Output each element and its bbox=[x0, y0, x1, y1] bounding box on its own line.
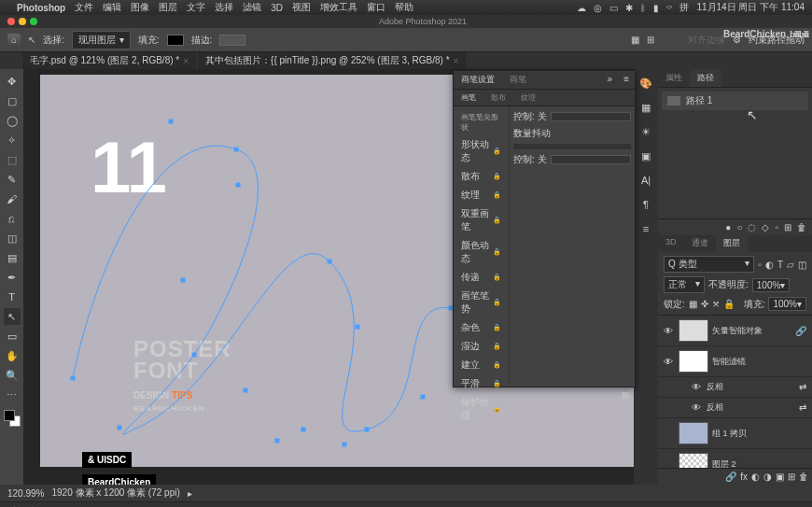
layer-thumb[interactable] bbox=[679, 350, 708, 373]
path-item-1[interactable]: 路径 1 bbox=[662, 92, 808, 110]
gradient-tool[interactable]: ▤ bbox=[4, 249, 21, 266]
filter-name[interactable]: 反相 bbox=[707, 401, 795, 414]
link-layers-icon[interactable]: 🔗 bbox=[725, 472, 736, 482]
minimize-window[interactable] bbox=[19, 18, 26, 25]
close-icon[interactable]: × bbox=[454, 56, 459, 66]
panel-menu-icon[interactable]: ≡ bbox=[618, 71, 635, 89]
lock-icon[interactable]: 🔒 bbox=[493, 148, 501, 155]
lock-icon[interactable]: 🔒 bbox=[493, 343, 501, 350]
visibility-icon[interactable]: 👁 bbox=[664, 326, 675, 336]
eyedropper-tool[interactable]: ✎ bbox=[4, 171, 21, 188]
control-slider[interactable] bbox=[551, 112, 631, 121]
menu-layer[interactable]: 图层 bbox=[159, 1, 177, 14]
cc-icon[interactable]: ◎ bbox=[594, 3, 602, 13]
status-menu-icon[interactable]: ▸ bbox=[188, 488, 192, 499]
new-path-icon[interactable]: ▫ bbox=[775, 222, 778, 232]
lock-icon[interactable]: 🔒 bbox=[493, 361, 501, 369]
clone-tool[interactable]: ⎌ bbox=[4, 210, 21, 227]
brush-opt[interactable]: 画笔笔势🔒 bbox=[457, 288, 505, 317]
brush-tab[interactable]: 画笔 bbox=[502, 71, 534, 89]
layer-name[interactable]: 矢量智能对象 bbox=[712, 325, 791, 337]
3d-tab[interactable]: 3D bbox=[658, 235, 684, 252]
color-panel-icon[interactable]: 🎨 bbox=[637, 75, 654, 92]
adjustment-icon[interactable]: ◑ bbox=[763, 472, 772, 482]
menu-3d[interactable]: 3D bbox=[271, 3, 283, 13]
lock-icon[interactable]: 🔒 bbox=[493, 217, 501, 224]
bluetooth-icon[interactable]: ᛒ bbox=[640, 3, 646, 13]
swatches-panel-icon[interactable]: ▦ bbox=[637, 99, 654, 116]
blend-mode-dropdown[interactable]: 正常▾ bbox=[664, 276, 705, 293]
channels-tab[interactable]: 通道 bbox=[684, 235, 716, 252]
stroke-path-icon[interactable]: ○ bbox=[736, 222, 742, 232]
filter-shape-icon[interactable]: ▱ bbox=[787, 260, 794, 270]
close-icon[interactable]: × bbox=[183, 56, 189, 66]
brush-opt[interactable]: 建立🔒 bbox=[457, 357, 505, 373]
fill-path-icon[interactable]: ● bbox=[725, 222, 731, 232]
brush-sub-shape[interactable]: 画笔 bbox=[454, 90, 483, 106]
brush-opt[interactable]: 平滑🔒 bbox=[457, 375, 505, 392]
filter-pixel-icon[interactable]: ▫ bbox=[758, 260, 762, 270]
libraries-panel-icon[interactable]: ▣ bbox=[637, 148, 654, 164]
brush-settings-tab[interactable]: 画笔设置 bbox=[454, 71, 502, 89]
lock-icon[interactable]: 🔒 bbox=[493, 324, 501, 331]
para-panel-icon[interactable]: ¶ bbox=[637, 196, 654, 213]
new-brush-icon[interactable]: ⊞ bbox=[622, 390, 629, 401]
select-layer-dropdown[interactable]: 现用图层▾ bbox=[72, 31, 131, 49]
layer-kind-dropdown[interactable]: Q 类型▾ bbox=[664, 256, 754, 273]
layer-name[interactable]: 图层 2 bbox=[712, 458, 806, 469]
brush-opt[interactable]: 画笔笔尖形状 bbox=[457, 110, 505, 134]
filter-smart-icon[interactable]: ◫ bbox=[798, 260, 806, 270]
layer-row[interactable]: 组 1 拷贝 bbox=[658, 418, 812, 449]
stroke-swatch[interactable] bbox=[219, 35, 245, 46]
brush-opt[interactable]: 保护纹理🔒 bbox=[457, 394, 505, 424]
color-swatches[interactable] bbox=[4, 410, 21, 427]
lang-icon[interactable]: 拼 bbox=[679, 1, 689, 14]
zoom-level[interactable]: 120.99% bbox=[7, 488, 44, 499]
eraser-tool[interactable]: ◫ bbox=[4, 230, 21, 246]
menu-image[interactable]: 图像 bbox=[131, 1, 149, 14]
layer-thumb[interactable] bbox=[679, 319, 708, 342]
menu-file[interactable]: 文件 bbox=[75, 1, 93, 14]
menu-edit[interactable]: 编辑 bbox=[103, 1, 121, 14]
actions-panel-icon[interactable]: ≡ bbox=[637, 220, 654, 237]
timeline-panel[interactable]: 时间轴 bbox=[0, 501, 812, 507]
brush-opt[interactable]: 颜色动态🔒 bbox=[457, 237, 505, 267]
close-window[interactable] bbox=[7, 18, 15, 25]
visibility-icon[interactable]: 👁 bbox=[692, 382, 703, 392]
brush-opt[interactable]: 湿边🔒 bbox=[457, 338, 505, 355]
menu-help[interactable]: 帮助 bbox=[395, 1, 413, 14]
delete-layer-icon[interactable]: 🗑 bbox=[799, 472, 808, 482]
lock-position-icon[interactable]: ✜ bbox=[701, 299, 708, 309]
lasso-tool[interactable]: ◯ bbox=[4, 112, 21, 129]
doc-tab-1[interactable]: 毛字.psd @ 121% (图层 2, RGB/8) *× bbox=[22, 52, 196, 69]
menu-type[interactable]: 文字 bbox=[187, 1, 205, 14]
brush-settings-panel[interactable]: 画笔设置 画笔 » ≡ 画笔 散布 纹理 画笔笔尖形状 形状动态🔒 散布🔒 纹理… bbox=[453, 70, 636, 387]
brush-opt[interactable]: 纹理🔒 bbox=[457, 187, 505, 204]
brush-sub-texture[interactable]: 纹理 bbox=[513, 90, 543, 106]
opacity-field[interactable]: 100%▾ bbox=[752, 278, 791, 292]
doc-dimensions[interactable]: 1920 像素 x 1200 像素 (72 ppi) bbox=[51, 486, 179, 500]
add-path-icon[interactable]: ⊞ bbox=[784, 222, 791, 232]
layer-thumb[interactable] bbox=[679, 422, 708, 444]
new-layer-icon[interactable]: ⊞ bbox=[788, 472, 795, 482]
brush-opt[interactable]: 传递🔒 bbox=[457, 269, 505, 286]
brush-opt[interactable]: 形状动态🔒 bbox=[457, 136, 505, 166]
brush-opt[interactable]: 散布🔒 bbox=[457, 168, 505, 185]
menu-filter[interactable]: 滤镜 bbox=[243, 1, 261, 14]
layer-row[interactable]: 👁 矢量智能对象 🔗 bbox=[658, 316, 812, 346]
visibility-icon[interactable]: 👁 bbox=[692, 402, 703, 413]
layer-name[interactable]: 组 1 拷贝 bbox=[712, 428, 806, 440]
fill-swatch[interactable] bbox=[167, 35, 184, 46]
home-icon[interactable]: ⌂ bbox=[7, 34, 21, 47]
marquee-tool[interactable]: ▢ bbox=[4, 92, 21, 109]
adjust-panel-icon[interactable]: ☀ bbox=[637, 123, 654, 140]
lock-pixels-icon[interactable]: ▦ bbox=[689, 299, 697, 309]
shape-tool[interactable]: ▭ bbox=[4, 328, 21, 345]
lock-icon[interactable]: 🔒 bbox=[493, 191, 501, 199]
slider-track[interactable] bbox=[513, 144, 631, 149]
filter-name[interactable]: 反相 bbox=[707, 381, 795, 393]
wifi-icon[interactable]: ⌔ bbox=[666, 3, 672, 13]
filter-row[interactable]: 👁 反相 ⇄ bbox=[658, 377, 812, 398]
selection-path-icon[interactable]: ◌ bbox=[748, 222, 756, 232]
visibility-icon[interactable]: 👁 bbox=[664, 357, 675, 367]
